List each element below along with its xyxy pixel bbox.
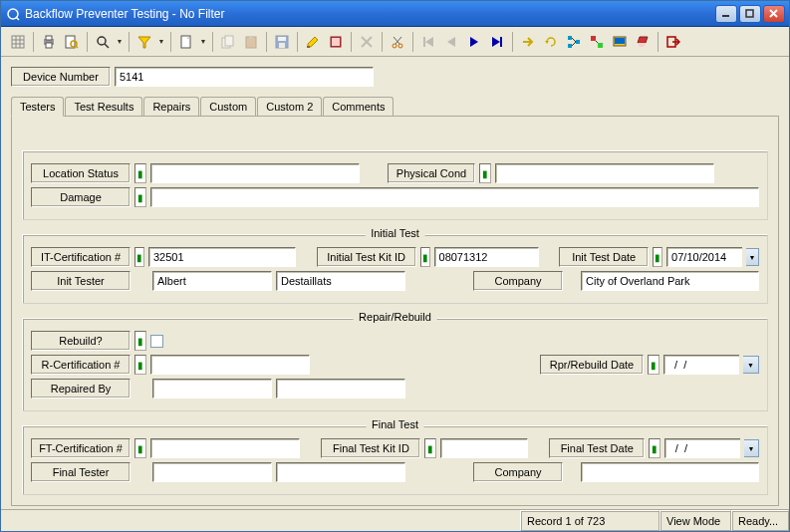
delete-icon[interactable] [356, 31, 378, 53]
repair-date-tick-icon: ▮ [648, 355, 659, 375]
tab-repairs[interactable]: Repairs [143, 97, 199, 116]
ft-cert-label[interactable]: FT-Certification # [31, 438, 131, 458]
content-area: Device Number Testers Test Results Repai… [1, 57, 789, 509]
init-date-dropdown-icon[interactable]: ▼ [746, 248, 759, 266]
grid-icon[interactable] [7, 31, 29, 53]
it-cert-input[interactable] [148, 247, 296, 267]
svg-line-18 [105, 44, 109, 48]
damage-label[interactable]: Damage [31, 187, 131, 207]
final-date-label[interactable]: Final Test Date [549, 438, 645, 458]
new-icon[interactable] [175, 31, 197, 53]
device-number-input[interactable] [115, 67, 374, 87]
book-icon[interactable] [325, 31, 347, 53]
physical-cond-input[interactable] [495, 163, 714, 183]
svg-marker-43 [492, 37, 500, 47]
ft-cert-input[interactable] [150, 438, 301, 458]
svg-rect-23 [225, 36, 233, 46]
goto-icon[interactable] [517, 31, 539, 53]
repair-date-label[interactable]: Rpr/Rebuild Date [540, 355, 644, 375]
status-record: Record 1 of 723 [520, 510, 659, 531]
minimize-button[interactable] [715, 5, 737, 23]
copy-icon[interactable] [217, 31, 239, 53]
init-date-label[interactable]: Init Test Date [559, 247, 649, 267]
final-company-label[interactable]: Company [473, 462, 563, 482]
svg-marker-42 [470, 37, 478, 47]
last-icon[interactable] [486, 31, 508, 53]
find-icon[interactable] [92, 31, 114, 53]
location-status-label[interactable]: Location Status [31, 163, 131, 183]
final-title: Final Test [366, 418, 424, 430]
repair-date-dropdown-icon[interactable]: ▼ [743, 356, 759, 374]
prev-icon[interactable] [440, 31, 462, 53]
preview-icon[interactable] [61, 31, 83, 53]
final-kit-input[interactable] [440, 438, 528, 458]
svg-marker-41 [447, 37, 455, 47]
find-dropdown-icon[interactable]: ▼ [115, 31, 125, 53]
tree-icon[interactable] [563, 31, 585, 53]
maximize-button[interactable] [739, 5, 761, 23]
svg-rect-14 [66, 36, 75, 48]
repair-date-input[interactable] [663, 355, 739, 375]
screen-icon[interactable] [609, 31, 631, 53]
final-kit-label[interactable]: Final Test Kit ID [321, 438, 420, 458]
tab-testers[interactable]: Testers [11, 97, 64, 117]
tab-custom[interactable]: Custom [200, 97, 256, 116]
final-date-input[interactable] [664, 438, 740, 458]
init-tester-label[interactable]: Init Tester [31, 271, 131, 291]
damage-input[interactable] [150, 187, 759, 207]
final-tester-first-input[interactable] [152, 462, 272, 482]
final-company-input[interactable] [581, 462, 759, 482]
init-company-label[interactable]: Company [473, 271, 563, 291]
new-dropdown-icon[interactable]: ▼ [198, 31, 208, 53]
final-date-dropdown-icon[interactable]: ▼ [744, 439, 759, 457]
svg-rect-51 [591, 36, 596, 41]
link-icon[interactable] [586, 31, 608, 53]
tab-panel: Location Status ▮ Physical Cond ▮ Damage… [11, 116, 779, 506]
r-cert-input[interactable] [150, 355, 310, 375]
repaired-by-first-input[interactable] [152, 379, 272, 399]
rebuild-checkbox[interactable] [150, 335, 163, 348]
next-icon[interactable] [463, 31, 485, 53]
statusbar: Record 1 of 723 View Mode Ready... [1, 509, 789, 531]
it-cert-label[interactable]: IT-Certification # [31, 247, 131, 267]
init-tester-first-input[interactable] [152, 271, 272, 291]
final-tester-last-input[interactable] [276, 462, 405, 482]
svg-rect-25 [249, 36, 253, 39]
tab-comments[interactable]: Comments [323, 97, 394, 116]
svg-line-50 [572, 42, 576, 46]
svg-line-49 [572, 38, 576, 42]
physical-cond-label[interactable]: Physical Cond [388, 163, 475, 183]
filter-dropdown-icon[interactable]: ▼ [156, 31, 166, 53]
app-icon [5, 6, 21, 22]
close-button[interactable] [763, 5, 785, 23]
init-kit-input[interactable] [434, 247, 539, 267]
init-tester-last-input[interactable] [276, 271, 405, 291]
repaired-by-last-input[interactable] [276, 379, 405, 399]
init-date-input[interactable] [666, 247, 742, 267]
device-number-label[interactable]: Device Number [11, 67, 111, 87]
rebuild-label[interactable]: Rebuild? [31, 331, 131, 351]
refresh-icon[interactable] [540, 31, 562, 53]
svg-rect-6 [12, 36, 24, 48]
svg-point-36 [398, 44, 402, 48]
init-company-input[interactable] [581, 271, 759, 291]
repair-title: Repair/Rebuild [353, 311, 437, 323]
init-kit-label[interactable]: Initial Test Kit ID [317, 247, 416, 267]
exit-icon[interactable] [662, 31, 684, 53]
print-icon[interactable] [38, 31, 60, 53]
first-icon[interactable] [417, 31, 439, 53]
svg-rect-30 [307, 46, 310, 48]
r-cert-label[interactable]: R-Certification # [31, 355, 131, 375]
edit-icon[interactable] [302, 31, 324, 53]
paste-icon[interactable] [240, 31, 262, 53]
tab-test-results[interactable]: Test Results [65, 97, 142, 116]
cut-icon[interactable] [387, 31, 408, 53]
repaired-by-label[interactable]: Repaired By [31, 379, 131, 399]
final-tester-label[interactable]: Final Tester [31, 462, 131, 482]
save-icon[interactable] [271, 31, 293, 53]
tab-custom2[interactable]: Custom 2 [257, 97, 322, 116]
svg-rect-55 [615, 38, 625, 44]
location-status-input[interactable] [150, 163, 360, 183]
eraser-icon[interactable] [632, 31, 654, 53]
filter-icon[interactable] [133, 31, 155, 53]
